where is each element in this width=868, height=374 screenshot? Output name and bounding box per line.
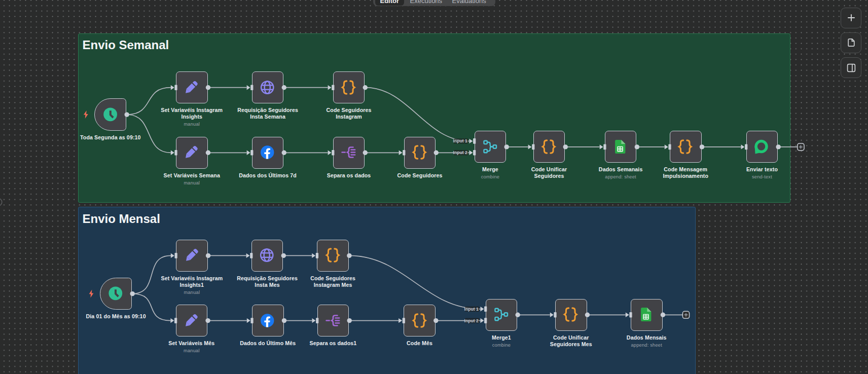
svg-text:Input 2: Input 2	[464, 318, 479, 323]
svg-text:Input 2: Input 2	[453, 150, 467, 155]
svg-text:Input 1: Input 1	[464, 307, 479, 312]
svg-text:Input 1: Input 1	[453, 138, 467, 143]
